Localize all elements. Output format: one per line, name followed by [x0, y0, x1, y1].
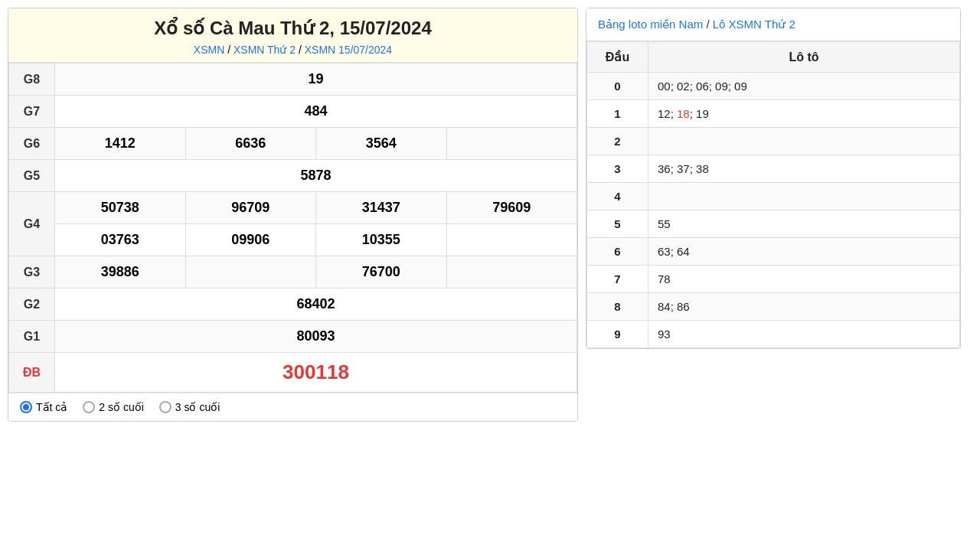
table-row-db: ĐB 300118	[9, 353, 577, 393]
right-breadcrumb-part1[interactable]: Bảng loto miền Nam	[598, 18, 703, 31]
g4-value2: 96709	[185, 192, 316, 224]
g1-value: 80093	[55, 321, 577, 353]
dau-4: 4	[587, 183, 648, 210]
footer-radios: Tất cả 2 số cuối 3 số cuối	[8, 393, 577, 421]
breadcrumb: XSMN / XSMN Thứ 2 / XSMN 15/07/2024	[16, 44, 570, 56]
loto-5: 55	[648, 210, 960, 238]
g3-empty2	[446, 256, 577, 289]
radio-3-circle	[159, 401, 172, 413]
g6-value2: 6636	[185, 128, 316, 160]
g5-value: 5878	[55, 160, 577, 192]
left-panel: Xổ số Cà Mau Thứ 2, 15/07/2024 XSMN / XS…	[8, 8, 578, 422]
g3-value1: 39886	[55, 256, 186, 289]
right-separator: /	[706, 18, 712, 31]
g6-value3: 3564	[316, 128, 447, 160]
g4-value4: 79609	[446, 192, 577, 224]
g8-label: G8	[9, 64, 55, 96]
loto-1-part2: 18	[677, 107, 690, 120]
breadcrumb-xsmn[interactable]: XSMN	[194, 44, 224, 56]
loto-1: 12; 18; 19	[648, 100, 960, 128]
list-item: 6 63; 64	[587, 238, 960, 266]
left-header: Xổ số Cà Mau Thứ 2, 15/07/2024 XSMN / XS…	[8, 8, 577, 63]
list-item: 1 12; 18; 19	[587, 100, 960, 128]
g6-label: G6	[9, 128, 55, 160]
list-item: 8 84; 86	[587, 293, 960, 321]
g4-value1: 50738	[55, 192, 186, 224]
g5-label: G5	[9, 160, 55, 192]
list-item: 2	[587, 128, 960, 155]
loto-6: 63; 64	[648, 238, 960, 266]
dau-3: 3	[587, 155, 648, 183]
table-row: G6 1412 6636 3564	[9, 128, 577, 160]
g4-value6: 09906	[185, 224, 316, 256]
breadcrumb-xsmn-thu2[interactable]: XSMN Thứ 2	[234, 44, 296, 56]
table-row: G4 50738 96709 31437 79609	[9, 192, 577, 224]
header-loto: Lô tô	[648, 42, 960, 73]
g4-value3: 31437	[316, 192, 447, 224]
table-row: G5 5878	[9, 160, 577, 192]
list-item: 7 78	[587, 266, 960, 293]
list-item: 3 36; 37; 38	[587, 155, 960, 183]
right-panel: Bảng loto miền Nam / Lô XSMN Thứ 2 Đầu L…	[586, 8, 961, 349]
g4-value5: 03763	[55, 224, 186, 256]
g2-value: 68402	[55, 289, 577, 321]
table-row: G1 80093	[9, 321, 577, 353]
loto-8: 84; 86	[648, 293, 960, 321]
g4-empty	[446, 224, 577, 256]
lottery-table: G8 19 G7 484 G6 1412 6636 3564 G5 5878	[8, 63, 577, 393]
g4-label: G4	[9, 192, 55, 256]
list-item: 5 55	[587, 210, 960, 238]
g3-empty	[185, 256, 316, 289]
right-header: Bảng loto miền Nam / Lô XSMN Thứ 2	[586, 8, 960, 41]
loto-4	[648, 183, 960, 210]
right-breadcrumb-part2[interactable]: Lô XSMN Thứ 2	[713, 18, 795, 31]
db-value: 300118	[55, 353, 577, 393]
table-row: G3 39886 76700	[9, 256, 577, 289]
dau-7: 7	[587, 266, 648, 293]
loto-table: Đầu Lô tô 0 00; 02; 06; 09; 09 1 12; 18;…	[586, 41, 960, 348]
db-label: ĐB	[9, 353, 55, 393]
dau-8: 8	[587, 293, 648, 321]
radio-tat-ca[interactable]: Tất cả	[20, 401, 67, 413]
radio-2-label: 2 số cuối	[99, 401, 143, 413]
g4-value7: 10355	[316, 224, 447, 256]
list-item: 4	[587, 183, 960, 210]
g7-value: 484	[55, 96, 577, 128]
g6-value1: 1412	[55, 128, 186, 160]
loto-3: 36; 37; 38	[648, 155, 960, 183]
table-row: G7 484	[9, 96, 577, 128]
dau-0: 0	[587, 73, 648, 100]
loto-1-part3: ; 19	[690, 107, 709, 120]
loto-2	[648, 128, 960, 155]
g6-empty	[446, 128, 577, 160]
dau-5: 5	[587, 210, 648, 238]
list-item: 0 00; 02; 06; 09; 09	[587, 73, 960, 100]
breadcrumb-xsmn-date[interactable]: XSMN 15/07/2024	[305, 44, 392, 56]
page-title: Xổ số Cà Mau Thứ 2, 15/07/2024	[16, 18, 570, 39]
g7-label: G7	[9, 96, 55, 128]
loto-1-part1: 12;	[658, 107, 677, 120]
dau-6: 6	[587, 238, 648, 266]
radio-tat-ca-circle	[20, 401, 32, 413]
table-row: G8 19	[9, 64, 577, 96]
loto-header-row: Đầu Lô tô	[587, 42, 960, 73]
g2-label: G2	[9, 289, 55, 321]
radio-2-so-cuoi[interactable]: 2 số cuối	[83, 401, 143, 413]
dau-2: 2	[587, 128, 648, 155]
radio-3-so-cuoi[interactable]: 3 số cuối	[159, 401, 220, 413]
loto-9: 93	[648, 321, 960, 348]
list-item: 9 93	[587, 321, 960, 348]
table-row: G2 68402	[9, 289, 577, 321]
loto-0: 00; 02; 06; 09; 09	[648, 73, 960, 100]
g8-value: 19	[55, 64, 577, 96]
g3-value2: 76700	[316, 256, 447, 289]
loto-7: 78	[648, 266, 960, 293]
table-row: 03763 09906 10355	[9, 224, 577, 256]
dau-9: 9	[587, 321, 648, 348]
radio-3-label: 3 số cuối	[175, 401, 220, 413]
radio-2-circle	[83, 401, 95, 413]
g1-label: G1	[9, 321, 55, 353]
g3-label: G3	[9, 256, 55, 289]
radio-tat-ca-label: Tất cả	[36, 401, 67, 413]
header-dau: Đầu	[587, 42, 648, 73]
